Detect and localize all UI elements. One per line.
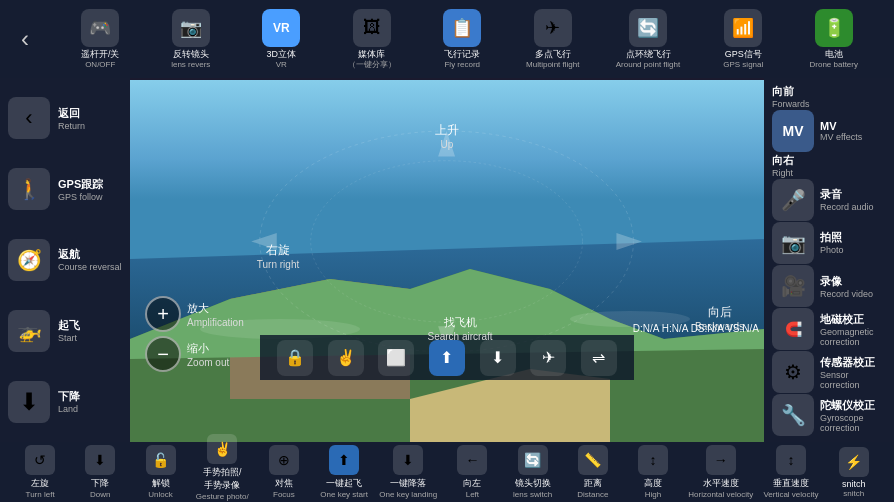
snitch-zh: snitch [842,479,866,489]
right-item-gyroscope[interactable]: 🔧 陀螺仪校正 Gyroscope correction [772,394,886,436]
bottom-lens-switch[interactable]: 🔄 镜头切换 lens switch [508,445,558,499]
zoom-in-button[interactable]: + [145,296,181,332]
left-item-land[interactable]: ⬇ 下降 Land [8,381,122,423]
geo-correction-icon: 🧲 [772,308,814,350]
high-zh: 高度 [644,477,662,490]
horizontal-vel-icon: → [706,445,736,475]
descend-icon: ⬇ [85,445,115,475]
lock-icon-btn[interactable]: 🔒 [277,340,313,376]
course-reversal-label-en: Course reversal [58,262,122,272]
top-icon-gamepad[interactable]: 🎮 遥杆开/关 ON/OFF [73,9,128,69]
one-key-start-zh: 一键起飞 [326,477,362,490]
flight-mode-btn[interactable]: ✈ [530,340,566,376]
battery-label-en: Drone battery [810,60,858,70]
right-item-sensor-correction[interactable]: ⚙ 传感器校正 Sensor correction [772,351,886,393]
left-item-course-reversal[interactable]: 🧭 返航 Course reversal [8,239,122,281]
top-icon-around-point[interactable]: 🔄 点环绕飞行 Around point flight [616,9,681,69]
right-item-geo-correction[interactable]: 🧲 地磁校正 Geomagnetic correction [772,308,886,350]
top-icon-album[interactable]: 🖼 媒体库 （一键分享） [344,9,399,69]
bottom-left-dir[interactable]: ← 向左 Left [447,445,497,499]
lens-switch-en: lens switch [513,490,552,499]
distance-icon: 📏 [578,445,608,475]
zoom-out-label: 缩小 Zoom out [187,341,229,368]
lens-switch-zh: 镜头切换 [515,477,551,490]
bottom-gesture[interactable]: ✌ 手势拍照/手势录像 Gesture photo/Gesture video [196,434,249,502]
top-icon-mirror[interactable]: 📷 反转镜头 lens revers [163,9,218,69]
main-container: ‹ 🎮 遥杆开/关 ON/OFF 📷 反转镜头 lens revers VR 3… [0,0,894,502]
right-item-right-dir: 向右 Right [772,153,886,178]
land-label-zh: 下降 [58,389,80,404]
bottom-unlock[interactable]: 🔓 解锁 Unlock [136,445,186,499]
bottom-one-key-start[interactable]: ⬆ 一键起飞 One key start [319,445,369,499]
record-audio-label-zh: 录音 [820,187,874,202]
bottom-descend[interactable]: ⬇ 下降 Down [75,445,125,499]
focus-zh: 对焦 [275,477,293,490]
album-icon: 🖼 [353,9,391,47]
battery-label-zh: 电池 [825,49,843,60]
focus-frame-btn[interactable]: ⬜ [378,340,414,376]
record-video-label-zh: 录像 [820,274,873,289]
zoom-out-button[interactable]: − [145,336,181,372]
one-key-start-icon: ⬆ [329,445,359,475]
land-down-btn[interactable]: ⬇ [480,340,516,376]
right-dir-label-en: Right [772,168,794,178]
around-point-label-zh: 点环绕飞行 [626,49,671,60]
takeoff-up-btn[interactable]: ⬆ [429,340,465,376]
gamepad-icon: 🎮 [81,9,119,47]
bottom-focus[interactable]: ⊕ 对焦 Focus [259,445,309,499]
back-button[interactable]: ‹ [5,19,45,59]
sensor-correction-label-en: Sensor correction [820,370,886,390]
bottom-distance[interactable]: 📏 距离 Distance [568,445,618,499]
mirror-label-en: lens revers [171,60,210,70]
right-item-record-audio[interactable]: 🎤 录音 Record audio [772,179,886,221]
left-item-start[interactable]: 🚁 起飞 Start [8,310,122,352]
top-icons: 🎮 遥杆开/关 ON/OFF 📷 反转镜头 lens revers VR 3D立… [45,9,889,69]
bottom-vertical-vel[interactable]: ↕ 垂直速度 Vertical velocity [763,445,818,499]
gesture-zh: 手势拍照/手势录像 [203,466,242,492]
auto-land-btn[interactable]: ⇌ [581,340,617,376]
bottom-horizontal-vel[interactable]: → 水平速度 Horizontal velocity [688,445,753,499]
descend-en: Down [90,490,110,499]
return-label-en: Return [58,121,85,131]
gyroscope-label-en: Gyroscope correction [820,413,886,433]
top-icon-3d[interactable]: VR 3D立体 VR [254,9,309,69]
right-item-photo[interactable]: 📷 拍照 Photo [772,222,886,264]
top-icon-multipoint[interactable]: ✈ 多点飞行 Multipoint flight [525,9,580,69]
bottom-one-key-land[interactable]: ⬇ 一键降落 One key landing [379,445,437,499]
top-bar: ‹ 🎮 遥杆开/关 ON/OFF 📷 反转镜头 lens revers VR 3… [0,0,894,78]
course-reversal-icon: 🧭 [8,239,50,281]
top-icon-battery[interactable]: 🔋 电池 Drone battery [806,9,861,69]
gesture-en: Gesture photo/Gesture video [196,492,249,502]
gps-signal-icon: 📶 [724,9,762,47]
gamepad-label-zh: 遥杆开/关 [81,49,120,60]
distance-zh: 距离 [584,477,602,490]
bottom-turn-left[interactable]: ↺ 左旋 Turn left [15,445,65,499]
unlock-icon: 🔓 [146,445,176,475]
one-key-start-en: One key start [320,490,368,499]
vr-icon: VR [262,9,300,47]
right-item-mv[interactable]: MV MV MV effects [772,110,886,152]
land-label-en: Land [58,404,80,414]
top-icon-fly-record[interactable]: 📋 飞行记录 Fly record [435,9,490,69]
center-area: 上升 Up 右旋 Turn right + 放大 Amplification −… [130,78,764,442]
fly-record-label-zh: 飞行记录 [444,49,480,60]
left-item-return[interactable]: ‹ 返回 Return [8,97,122,139]
one-key-land-icon: ⬇ [393,445,423,475]
left-item-gps-follow[interactable]: 🚶 GPS跟踪 GPS follow [8,168,122,210]
return-label-zh: 返回 [58,106,85,121]
search-aircraft[interactable]: 找飞机 Search aircraft [427,315,492,342]
bottom-snitch[interactable]: ⚡ snitch snitch [829,447,879,498]
right-sidebar: 向前 Forwards MV MV MV effects 向右 Right 🎤 … [764,78,894,442]
bottom-high[interactable]: ↕ 高度 High [628,445,678,499]
top-icon-gps-signal[interactable]: 📶 GPS信号 GPS signal [716,9,771,69]
forwards-label-en: Forwards [772,99,810,109]
3d-label-en: VR [276,60,287,70]
gps-follow-label-zh: GPS跟踪 [58,177,103,192]
gps-follow-icon: 🚶 [8,168,50,210]
right-item-record-video[interactable]: 🎥 录像 Record video [772,265,886,307]
mirror-icon: 📷 [172,9,210,47]
forwards-label-zh: 向前 [772,84,810,99]
turn-left-zh: 左旋 [31,477,49,490]
peace-icon-btn[interactable]: ✌ [328,340,364,376]
amplification-area: + 放大 Amplification [145,296,244,332]
